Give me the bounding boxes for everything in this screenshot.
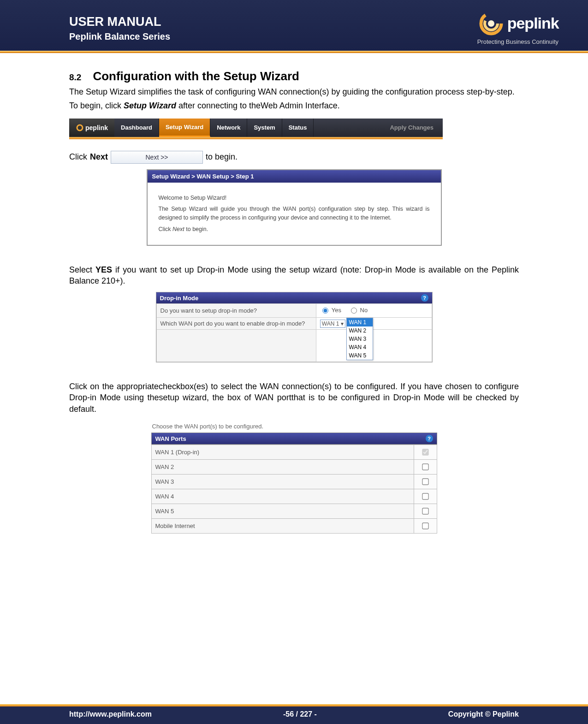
footer-page: -56 / 227 - <box>283 710 317 718</box>
dropin-mode-panel: Drop-in Mode ? Do you want to setup drop… <box>156 292 433 362</box>
welcome-line: Welcome to Setup Wizard! <box>159 194 430 202</box>
dropin-q1: Do you want to setup drop-in mode? <box>156 304 316 318</box>
doc-footer: http://www.peplink.com -56 / 227 - Copyr… <box>0 704 588 724</box>
brand-logo: peplink <box>477 10 560 37</box>
wan-ports-header: WAN Ports <box>155 435 186 442</box>
setup-wizard-step1-panel: Setup Wizard > WAN Setup > Step 1 Welcom… <box>147 169 442 246</box>
apply-changes-button[interactable]: Apply Changes <box>380 119 443 137</box>
dropin-yesno-cell: Yes No <box>316 304 432 318</box>
wizard-description: The Setup Wizard will guide you through … <box>159 205 430 222</box>
wan-option-1[interactable]: WAN 1 <box>347 318 373 326</box>
navbar-logo: peplink <box>69 119 114 137</box>
dropin-q2: Which WAN port do you want to enable dro… <box>156 318 316 330</box>
section-title: Configuration with the Setup Wizard <box>93 69 299 83</box>
click-next-line: Click Next Next >> to begin. <box>69 151 519 164</box>
nav-tab-system[interactable]: System <box>247 119 282 137</box>
footer-url: http://www.peplink.com <box>69 710 152 718</box>
wan-port-checkbox[interactable] <box>422 478 428 485</box>
section-heading: 8.2 Configuration with the Setup Wizard <box>69 69 519 83</box>
help-icon[interactable]: ? <box>421 294 428 302</box>
wanports-paragraph: Click on the appropriatecheckbox(es) to … <box>69 381 519 415</box>
wan-option-5[interactable]: WAN 5 <box>347 351 373 360</box>
logo-tagline: Protecting Business Continuity <box>477 38 560 45</box>
footer-copyright: Copyright © Peplink <box>448 710 519 718</box>
wan-dropdown-list[interactable]: WAN 1 WAN 2 WAN 3 WAN 4 WAN 5 <box>346 318 373 360</box>
dropin-paragraph: Select YES if you want to set up Drop-in… <box>69 264 519 287</box>
wan-port-label: WAN 2 <box>151 460 414 475</box>
wan-port-label: WAN 1 (Drop-in) <box>151 445 414 460</box>
wan-port-label: WAN 4 <box>151 489 414 504</box>
svg-point-3 <box>77 125 83 131</box>
wan-ports-caption: Choose the WAN port(s) to be configured. <box>151 420 437 433</box>
dropin-header: Drop-in Mode <box>160 295 199 302</box>
doc-subtitle: Peplink Balance Series <box>69 31 170 42</box>
help-icon[interactable]: ? <box>426 435 433 442</box>
wan-option-3[interactable]: WAN 3 <box>347 335 373 343</box>
wan-option-2[interactable]: WAN 2 <box>347 326 373 335</box>
swirl-icon <box>477 10 505 37</box>
nav-tab-status[interactable]: Status <box>282 119 314 137</box>
wan-port-select[interactable]: WAN 1 ▾ <box>320 320 345 328</box>
dropin-no-radio[interactable]: No <box>349 306 368 314</box>
wan-port-checkbox[interactable] <box>422 493 428 499</box>
intro-paragraph-1: The Setup Wizard simplifies the task of … <box>69 86 519 97</box>
logo-text: peplink <box>507 14 559 32</box>
wan-port-checkbox[interactable] <box>422 463 428 470</box>
wan-port-label: Mobile Internet <box>151 519 414 534</box>
dropin-yes-radio[interactable]: Yes <box>320 306 341 314</box>
svg-point-2 <box>488 20 494 27</box>
wan-option-4[interactable]: WAN 4 <box>347 343 373 351</box>
nav-tab-setup-wizard[interactable]: Setup Wizard <box>159 119 210 137</box>
section-number: 8.2 <box>69 72 81 83</box>
doc-title: USER MANUAL <box>69 15 170 29</box>
wan-port-label: WAN 5 <box>151 504 414 519</box>
intro-paragraph-2: To begin, click Setup Wizard after conne… <box>69 100 519 111</box>
wan-ports-panel: Choose the WAN port(s) to be configured.… <box>151 420 437 534</box>
admin-navbar: peplink Dashboard Setup Wizard Network S… <box>69 119 443 139</box>
wan-port-label: WAN 3 <box>151 475 414 489</box>
wan-port-checkbox[interactable] <box>422 522 428 529</box>
nav-tab-dashboard[interactable]: Dashboard <box>114 119 159 137</box>
wan-port-checkbox <box>422 449 428 455</box>
panel-title: Setup Wizard > WAN Setup > Step 1 <box>148 170 441 183</box>
wan-port-checkbox[interactable] <box>422 508 428 514</box>
nav-tab-network[interactable]: Network <box>210 119 247 137</box>
doc-header: USER MANUAL Peplink Balance Series pepli… <box>0 0 588 51</box>
swirl-icon <box>76 124 84 132</box>
click-next-instruction: Click Next to begin. <box>159 225 430 234</box>
next-button[interactable]: Next >> <box>111 151 203 164</box>
